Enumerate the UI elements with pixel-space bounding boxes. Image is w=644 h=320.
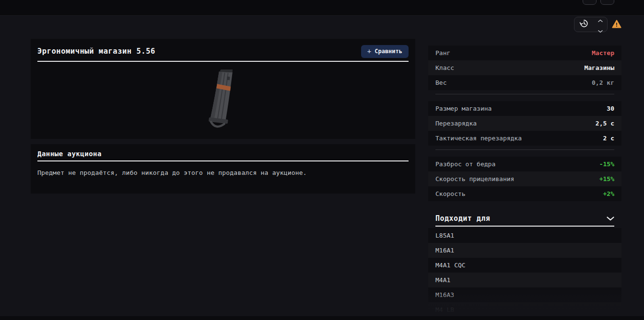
fits-header[interactable]: Подходит для — [428, 211, 621, 226]
history-clock-icon — [579, 19, 589, 30]
footer-strip — [0, 316, 644, 320]
topbar-button-right[interactable] — [600, 0, 614, 5]
stat-row-mag-size: Размер магазина 30 — [428, 101, 621, 116]
stat-value: 2,5 с — [596, 120, 614, 127]
topbar-button-left[interactable] — [583, 0, 597, 5]
top-bar — [0, 0, 644, 16]
plus-icon: + — [367, 47, 371, 55]
item-title: Эргономичный магазин 5.56 — [37, 47, 155, 56]
stats-panel: Ранг Мастер Класс Магазины Вес 0,2 кг Ра… — [428, 46, 621, 317]
chevron-up-icon — [598, 15, 603, 24]
item-image-zone — [37, 62, 409, 137]
stat-row-reload: Перезарядка 2,5 с — [428, 116, 621, 131]
stat-value: Магазины — [584, 64, 614, 71]
compare-button[interactable]: + Сравнить — [361, 45, 409, 58]
auction-message: Предмет не продаётся, либо никогда до эт… — [37, 169, 409, 176]
fits-title: Подходит для — [435, 214, 490, 223]
stat-row-ads-speed: Скорость прицеливания +15% — [428, 171, 621, 186]
stat-label: Класс — [435, 64, 454, 71]
item-image-magazine — [197, 66, 249, 134]
fits-item-m4a1-cqc[interactable]: M4A1 CQC — [428, 258, 621, 273]
stat-row-weight: Вес 0,2 кг — [428, 75, 621, 90]
stat-label: Вес — [435, 79, 446, 86]
item-card-header: Эргономичный магазин 5.56 + Сравнить — [37, 45, 409, 58]
fits-item-m16a1[interactable]: M16A1 — [428, 243, 621, 258]
stat-label: Ранг — [435, 49, 450, 57]
history-button[interactable] — [574, 17, 594, 32]
stat-label: Тактическая перезарядка — [435, 135, 522, 142]
stat-row-rank: Ранг Мастер — [428, 46, 621, 60]
stat-label: Скорость прицеливания — [435, 175, 514, 183]
stats-divider — [435, 94, 614, 94]
auction-card: Данные аукциона Предмет не продаётся, ли… — [31, 144, 415, 194]
warning-button[interactable] — [612, 20, 621, 29]
stat-value: +2% — [603, 190, 614, 197]
item-card: Эргономичный магазин 5.56 + Сравнить — [31, 39, 415, 139]
fits-item-l85a1[interactable]: L85A1 — [428, 228, 621, 243]
stat-row-hip-spread: Разброс от бедра -15% — [428, 157, 621, 171]
stat-row-class: Класс Магазины — [428, 60, 621, 75]
stat-label: Перезарядка — [435, 120, 477, 127]
fits-item-m4-lb[interactable]: M4 LB — [428, 302, 621, 317]
auction-title: Данные аукциона — [37, 150, 409, 158]
stats-divider — [435, 149, 614, 150]
stat-row-tactical-reload: Тактическая перезарядка 2 с — [428, 131, 621, 146]
fits-item-m16a3[interactable]: M16A3 — [428, 287, 621, 302]
warning-triangle-icon — [612, 22, 621, 31]
page: Эргономичный магазин 5.56 + Сравнить — [0, 0, 644, 320]
fits-item-m4a1[interactable]: M4A1 — [428, 273, 621, 287]
fits-underline — [435, 226, 614, 227]
stat-label: Размер магазина — [435, 105, 492, 112]
stat-value: 0,2 кг — [592, 79, 614, 86]
stat-value: -15% — [599, 160, 614, 168]
chevron-down-icon[interactable] — [607, 214, 614, 223]
chevron-down-icon — [598, 25, 603, 34]
stat-row-speed: Скорость +2% — [428, 186, 621, 201]
history-sort-control[interactable] — [574, 17, 608, 32]
stat-label: Скорость — [435, 190, 466, 197]
stat-label: Разброс от бедра — [435, 160, 495, 168]
stat-value: Мастер — [592, 49, 614, 57]
sort-toggle[interactable] — [594, 17, 607, 32]
stat-value: 30 — [607, 105, 614, 112]
stat-value: 2 с — [603, 135, 614, 142]
compare-button-label: Сравнить — [375, 48, 402, 55]
auction-underline — [37, 160, 409, 161]
stat-value: +15% — [599, 175, 614, 183]
